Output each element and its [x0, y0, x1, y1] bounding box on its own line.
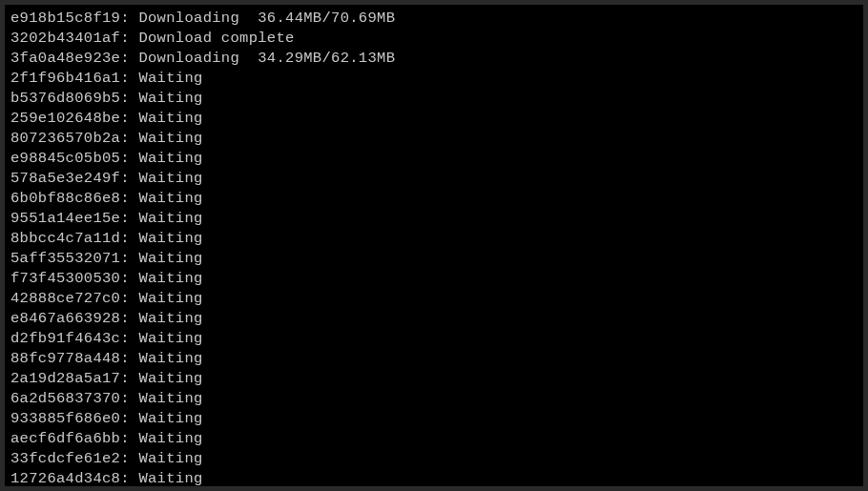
terminal-line: 6b0bf88c86e8: Waiting — [10, 189, 858, 209]
terminal-line: aecf6df6a6bb: Waiting — [10, 429, 858, 449]
terminal-line: 2a19d28a5a17: Waiting — [10, 369, 858, 389]
terminal-window[interactable]: e918b15c8f19: Downloading 36.44MB/70.69M… — [5, 5, 863, 486]
terminal-line: 42888ce727c0: Waiting — [10, 289, 858, 309]
terminal-line: 578a5e3e249f: Waiting — [10, 169, 858, 189]
terminal-line: 33fcdcfe61e2: Waiting — [10, 449, 858, 469]
terminal-line: 8bbcc4c7a11d: Waiting — [10, 229, 858, 249]
terminal-line: 3fa0a48e923e: Downloading 34.29MB/62.13M… — [10, 49, 858, 69]
terminal-line: 3202b43401af: Download complete — [10, 29, 858, 49]
terminal-line: 9551a14ee15e: Waiting — [10, 209, 858, 229]
terminal-line: b5376d8069b5: Waiting — [10, 89, 858, 109]
terminal-line: 5aff35532071: Waiting — [10, 249, 858, 269]
terminal-line: e8467a663928: Waiting — [10, 309, 858, 329]
terminal-line: 259e102648be: Waiting — [10, 109, 858, 129]
terminal-line: 12726a4d34c8: Waiting — [10, 469, 858, 486]
terminal-line: 88fc9778a448: Waiting — [10, 349, 858, 369]
terminal-line: e918b15c8f19: Downloading 36.44MB/70.69M… — [10, 9, 858, 29]
terminal-line: f73f45300530: Waiting — [10, 269, 858, 289]
terminal-output: e918b15c8f19: Downloading 36.44MB/70.69M… — [10, 9, 858, 486]
terminal-line: 807236570b2a: Waiting — [10, 129, 858, 149]
terminal-line: 933885f686e0: Waiting — [10, 409, 858, 429]
terminal-line: 6a2d56837370: Waiting — [10, 389, 858, 409]
terminal-line: d2fb91f4643c: Waiting — [10, 329, 858, 349]
terminal-line: e98845c05b05: Waiting — [10, 149, 858, 169]
terminal-line: 2f1f96b416a1: Waiting — [10, 69, 858, 89]
